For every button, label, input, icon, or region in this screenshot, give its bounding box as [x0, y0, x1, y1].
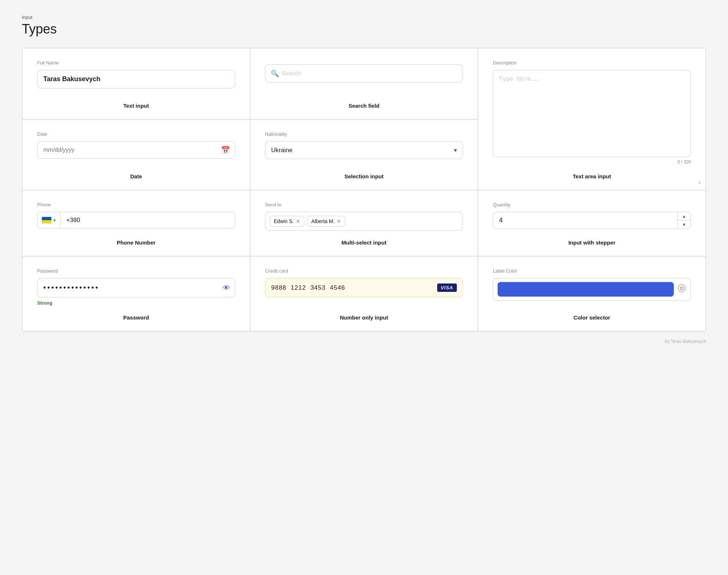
phone-flag-section[interactable]: ▼: [37, 213, 60, 228]
page-header: Input Types: [22, 15, 706, 37]
eye-icon[interactable]: 👁: [223, 283, 230, 292]
stepper-down-button[interactable]: ▼: [678, 221, 691, 229]
resize-handle: ↴: [697, 180, 701, 185]
quantity-input[interactable]: [493, 212, 677, 229]
chevron-down-icon: ▼: [53, 218, 56, 222]
credit-card-caption: Number only input: [265, 306, 463, 321]
search-field-cell: 🔍 Search field: [250, 48, 478, 119]
footer: by Taras Bakusevych: [22, 339, 706, 344]
search-icon: 🔍: [271, 70, 279, 78]
search-caption: Search field: [265, 94, 463, 109]
svg-point-3: [682, 287, 684, 288]
color-selector-wrapper: [493, 278, 691, 301]
nationality-cell: Nationality Ukraine USA UK Germany Franc…: [250, 119, 478, 190]
nationality-caption: Selection input: [265, 164, 463, 179]
multi-select-field[interactable]: Edwin S. ✕ Alberta M. ✕: [265, 212, 463, 231]
stepper-cell: Quantity ▲ ▼ Input with stepper: [478, 190, 706, 256]
stepper-caption: Input with stepper: [493, 231, 691, 246]
svg-point-4: [682, 289, 684, 290]
send-to-label: Send to: [265, 202, 281, 207]
calendar-icon[interactable]: 📅: [221, 146, 230, 154]
ukraine-flag-icon: [42, 217, 51, 223]
text-input[interactable]: [37, 70, 235, 88]
card-group-1: 9888: [271, 284, 286, 292]
password-wrapper: 👁: [37, 278, 235, 297]
stepper-up-button[interactable]: ▲: [678, 212, 691, 221]
date-cell: Date 📅 Date: [22, 119, 250, 190]
input-types-grid: Full Name Text input 🔍 Search field Desc…: [22, 48, 706, 332]
description-textarea[interactable]: [493, 70, 691, 157]
card-group-3: 3453: [310, 284, 326, 292]
stepper-buttons: ▲ ▼: [677, 212, 691, 229]
svg-point-1: [680, 287, 681, 288]
date-input-wrapper: 📅: [37, 141, 235, 159]
card-group-4: 4546: [330, 284, 345, 292]
select-wrapper: Ukraine USA UK Germany France ▼: [265, 141, 463, 159]
password-input[interactable]: [37, 278, 235, 297]
phone-label: Phone: [37, 202, 51, 207]
password-caption: Password: [37, 306, 235, 321]
tag-remove-alberta[interactable]: ✕: [337, 218, 341, 224]
quantity-label: Quantity: [493, 202, 510, 207]
phone-field-wrapper: ▼: [37, 212, 235, 229]
svg-point-0: [678, 285, 685, 292]
color-selector-cell: Label Color Color selector: [478, 256, 706, 331]
multi-select-cell: Send to Edwin S. ✕ Alberta M. ✕ Multi-se…: [250, 190, 478, 256]
text-input-caption: Text input: [37, 94, 235, 109]
text-input-cell: Full Name Text input: [22, 48, 250, 119]
phone-number-input[interactable]: [60, 212, 235, 228]
password-strength: Strong: [37, 300, 52, 306]
phone-caption: Phone Number: [37, 231, 235, 246]
date-input[interactable]: [37, 141, 235, 159]
password-cell: Password 👁 Strong Password: [22, 256, 250, 331]
text-input-label: Full Name: [37, 60, 59, 66]
section-label: Input: [22, 15, 706, 20]
visa-badge: VISA: [437, 283, 457, 292]
color-label: Label Color: [493, 268, 517, 274]
search-wrapper: 🔍: [265, 64, 463, 83]
footer-text: by Taras Bakusevych: [665, 339, 706, 344]
svg-point-5: [681, 289, 682, 290]
credit-card-cell: Credit card 9888 1212 3453 4546 VISA Num…: [250, 256, 478, 331]
palette-icon[interactable]: [677, 284, 686, 295]
multi-select-caption: Multi-select input: [265, 231, 463, 246]
nationality-label: Nationality: [265, 131, 287, 137]
tag-remove-edwin[interactable]: ✕: [296, 218, 300, 224]
char-count: 0 / 320: [677, 159, 691, 164]
description-caption: Text area input: [493, 164, 691, 179]
tag-label: Alberta M.: [311, 218, 335, 224]
svg-point-6: [680, 289, 681, 290]
color-swatch[interactable]: [498, 282, 674, 297]
nationality-select[interactable]: Ukraine USA UK Germany France: [265, 141, 463, 159]
description-label: Description: [493, 60, 517, 66]
tag-chip-edwin: Edwin S. ✕: [270, 216, 304, 227]
search-input[interactable]: [265, 64, 463, 83]
password-label: Password: [37, 268, 58, 274]
tag-label: Edwin S.: [274, 218, 294, 224]
credit-card-label: Credit card: [265, 268, 288, 274]
card-numbers: 9888 1212 3453 4546: [271, 284, 345, 292]
description-cell: Description ↴ 0 / 320 Text area input: [478, 48, 706, 190]
color-selector-caption: Color selector: [493, 306, 691, 321]
stepper-wrapper: ▲ ▼: [493, 212, 691, 229]
date-caption: Date: [37, 164, 235, 179]
date-label: Date: [37, 131, 47, 137]
svg-point-2: [681, 286, 682, 288]
tag-chip-alberta: Alberta M. ✕: [307, 216, 345, 227]
card-group-2: 1212: [291, 284, 306, 292]
phone-cell: Phone ▼ Phone Number: [22, 190, 250, 256]
credit-card-field[interactable]: 9888 1212 3453 4546 VISA: [265, 278, 463, 297]
page-title: Types: [22, 21, 706, 37]
